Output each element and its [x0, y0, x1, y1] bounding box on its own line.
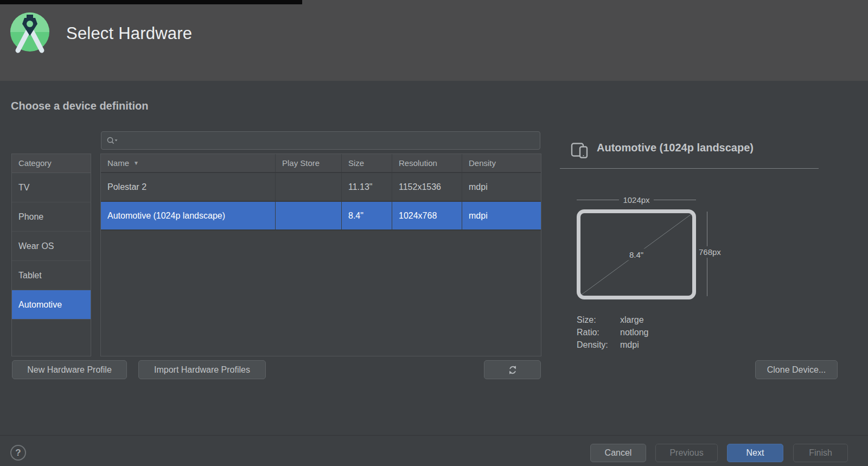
cell-name: Automotive (1024p landscape)	[101, 202, 276, 229]
category-item-automotive[interactable]: Automotive	[12, 290, 91, 320]
refresh-button[interactable]	[484, 360, 541, 379]
spec-value: mdpi	[620, 340, 639, 349]
category-item-tv[interactable]: TV	[12, 173, 91, 202]
spec-density: Density:mdpi	[577, 339, 649, 351]
dimension-line	[654, 200, 696, 200]
column-header-name[interactable]: Name▼	[101, 154, 276, 172]
column-header-resolution[interactable]: Resolution	[392, 154, 462, 172]
width-dimension: 1024px	[577, 195, 696, 205]
cell-resolution: 1152x1536	[392, 173, 462, 201]
dimension-line	[577, 200, 619, 200]
column-header-size[interactable]: Size	[342, 154, 392, 172]
column-header-play-store[interactable]: Play Store	[276, 154, 342, 172]
import-hardware-profiles-button[interactable]: Import Hardware Profiles	[138, 360, 266, 379]
select-hardware-dialog: Select Hardware Choose a device definiti…	[0, 0, 868, 466]
spec-label: Density:	[577, 339, 620, 351]
help-button[interactable]: ?	[10, 445, 26, 461]
next-button[interactable]: Next	[727, 444, 783, 462]
width-label: 1024px	[623, 195, 649, 205]
sort-desc-icon: ▼	[133, 160, 139, 166]
category-item-tablet[interactable]: Tablet	[12, 261, 91, 290]
cell-density: mdpi	[462, 202, 541, 229]
spec-label: Ratio:	[577, 326, 620, 339]
footer-separator	[0, 435, 868, 436]
category-item-phone[interactable]: Phone	[12, 202, 91, 232]
cell-size: 11.13"	[342, 173, 392, 201]
height-label: 768px	[697, 246, 723, 258]
search-input[interactable]	[121, 133, 535, 148]
spec-value: xlarge	[620, 315, 644, 324]
device-screen-diagram: 8.4"	[577, 209, 696, 299]
spec-value: notlong	[620, 328, 649, 337]
table-row-polestar-2[interactable]: Polestar 2 11.13" 1152x1536 mdpi	[101, 173, 541, 202]
clone-device-button[interactable]: Clone Device...	[755, 360, 838, 379]
table-header-row: Name▼ Play Store Size Resolution Density	[101, 154, 541, 173]
column-header-density[interactable]: Density	[462, 154, 541, 172]
device-search-field[interactable]	[101, 131, 540, 150]
window-edge-artifact	[0, 0, 302, 4]
category-panel: Category TV Phone Wear OS Tablet Automot…	[11, 154, 91, 356]
dialog-title: Select Hardware	[66, 24, 192, 43]
diagonal-size-label: 8.4"	[626, 249, 647, 260]
table-row-automotive-1024p[interactable]: Automotive (1024p landscape) 8.4" 1024x7…	[101, 202, 541, 231]
new-hardware-profile-button[interactable]: New Hardware Profile	[12, 360, 127, 379]
refresh-icon	[508, 365, 518, 375]
dialog-titlebar: Select Hardware	[0, 0, 868, 81]
search-history-chevron-icon	[115, 139, 118, 141]
finish-button: Finish	[793, 444, 848, 462]
cell-name: Polestar 2	[101, 173, 276, 201]
previous-button: Previous	[655, 444, 718, 462]
spec-size: Size:xlarge	[577, 314, 649, 326]
cell-play-store	[276, 202, 342, 229]
cell-resolution: 1024x768	[392, 202, 462, 229]
detail-device-title: Automotive (1024p landscape)	[597, 142, 754, 154]
android-studio-logo-icon	[10, 11, 50, 55]
cell-density: mdpi	[462, 173, 541, 201]
device-definition-table: Name▼ Play Store Size Resolution Density…	[100, 154, 541, 356]
detail-separator	[560, 168, 819, 169]
device-specs: Size:xlarge Ratio:notlong Density:mdpi	[577, 314, 649, 351]
search-icon[interactable]	[106, 136, 119, 145]
cell-play-store	[276, 173, 342, 201]
category-column-header: Category	[12, 154, 91, 173]
device-icon	[571, 141, 588, 158]
section-heading: Choose a device definition	[11, 100, 148, 112]
cancel-button[interactable]: Cancel	[590, 444, 646, 462]
cell-size: 8.4"	[342, 202, 392, 229]
category-item-wear-os[interactable]: Wear OS	[12, 232, 91, 261]
spec-ratio: Ratio:notlong	[577, 326, 649, 339]
spec-label: Size:	[577, 314, 620, 326]
